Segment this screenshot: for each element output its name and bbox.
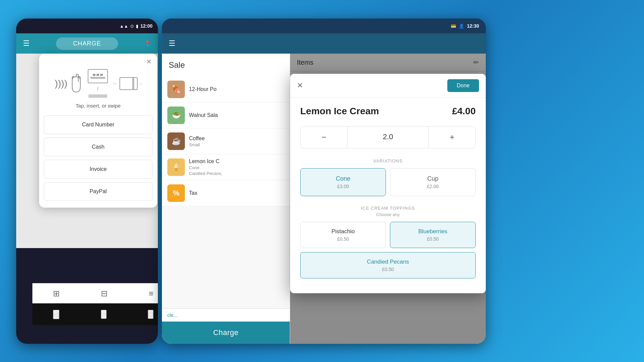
charge-title: CHARGE [56, 37, 118, 50]
location-icon-left[interactable]: 📍 [144, 40, 151, 47]
left-device: ▲▲ ⊙ ▮ 12:00 ☰ CHARGE 📍 ✕ )))) [16, 19, 158, 344]
sale-item-name-salad: Walnut Sala [189, 112, 284, 118]
payment-modal: ✕ )))) [39, 54, 157, 208]
sale-item-name-pork: 12-Hour Po [189, 86, 284, 92]
sale-item-tax-icon: % [167, 184, 185, 202]
menu-icon-right[interactable]: ☰ [169, 39, 175, 48]
variation-grid: Cone £3.00 Cup £2.00 [300, 168, 476, 196]
sale-item-info-icecream: Lemon Ice C Cone Candied Pecans, [189, 158, 284, 176]
tap-hand [69, 73, 84, 94]
sale-item-salad[interactable]: 🥗 Walnut Sala [162, 102, 290, 128]
right-device: 💳 👤 12:30 ☰ Sale 🍖 12-Hour Po � [162, 19, 486, 344]
sale-item-name-tax: Tax [189, 190, 284, 196]
sale-panel: Sale 🍖 12-Hour Po 🥗 Walnut Sala [162, 54, 290, 344]
variations-label: VARIATIONS [300, 158, 476, 163]
toppings-choose: Choose any [300, 212, 476, 217]
card-stripe [90, 77, 105, 79]
variation-cup-price: £2.00 [397, 184, 469, 189]
sale-item-pork[interactable]: 🍖 12-Hour Po [162, 77, 290, 102]
close-icon-left: ✕ [146, 58, 152, 65]
topping-blueberries-name: Blueberries [396, 228, 469, 235]
modal-done-button[interactable]: Done [447, 79, 479, 92]
quantity-row: − 2.0 + [300, 126, 476, 148]
back-button-left[interactable]: ◁ [53, 310, 59, 319]
payment-modal-header: ✕ [39, 54, 157, 66]
paypal-button[interactable]: PayPal [44, 182, 152, 201]
swipe-down: ↓ [140, 81, 142, 86]
time-right: 12:30 [467, 23, 479, 29]
topping-blueberries[interactable]: Blueberries £0.50 [390, 222, 476, 248]
modal-close-button[interactable]: ✕ [297, 81, 303, 90]
hand-svg [69, 73, 84, 94]
card-status-icon: 💳 [451, 24, 456, 29]
tap-wave-icon: )))) [55, 78, 67, 89]
insert-arrow-icon: ↑ [96, 85, 99, 92]
card-slot [88, 94, 107, 98]
chip-2 [96, 74, 99, 76]
topping-blueberries-price: £0.50 [396, 236, 469, 242]
sale-item-img-icecream: 🍦 [167, 158, 185, 176]
quantity-display: 2.0 [347, 126, 429, 148]
status-right-icons: 💳 👤 12:30 [451, 23, 479, 29]
payment-modal-close-button[interactable]: ✕ [146, 58, 152, 66]
recent-button-left[interactable]: □ [148, 310, 153, 319]
modal-overlay: ✕ Done Lemon Ice Cream £4.00 − [290, 54, 486, 344]
signal-icon: ▲▲ [119, 24, 128, 29]
quantity-decrease-button[interactable]: − [301, 126, 347, 148]
swipe-down-arrow-icon: ↓ [140, 81, 142, 86]
chip-1 [93, 74, 95, 76]
charge-button-right[interactable]: Charge [162, 322, 290, 344]
sale-item-coffee[interactable]: ☕ Coffee Small [162, 128, 290, 154]
clear-label[interactable]: cle... [167, 312, 177, 318]
variation-cone-name: Cone [307, 175, 379, 182]
item-modal-dialog: ✕ Done Lemon Ice Cream £4.00 − [290, 74, 486, 293]
person-status-icon: 👤 [459, 24, 464, 29]
sale-item-detail-coffee: Small [189, 142, 284, 147]
card-number-button[interactable]: Card Number [44, 115, 152, 134]
time-left: 12:00 [140, 23, 152, 29]
sale-item-img-pork: 🍖 [167, 81, 185, 98]
modal-body: Lemon Ice Cream £4.00 − 2.0 + VARIATIONS [290, 98, 486, 293]
cash-button[interactable]: Cash [44, 138, 152, 156]
swipe-card-illustration: → ↓ [112, 77, 142, 90]
sale-item-icecream[interactable]: 🍦 Lemon Ice C Cone Candied Pecans, [162, 154, 290, 180]
sale-item-info-tax: Tax [189, 190, 284, 196]
status-bar-right: 💳 👤 12:30 [162, 19, 486, 33]
swipe-stripe [132, 78, 134, 89]
modal-item-header: Lemon Ice Cream £4.00 [300, 106, 476, 117]
modal-item-price: £4.00 [452, 106, 476, 117]
sale-title: Sale [162, 54, 290, 77]
sale-item-img-coffee: ☕ [167, 132, 185, 150]
topping-pistachio-name: Pistachio [307, 228, 380, 235]
card-illustration: )))) [39, 66, 157, 103]
invoice-button[interactable]: Invoice [44, 160, 152, 179]
grid-icon[interactable]: ⊟ [101, 289, 108, 298]
sale-footer: cle... [162, 308, 290, 322]
sale-item-detail-icecream-1: Cone [189, 165, 284, 170]
variation-cup[interactable]: Cup £2.00 [390, 168, 476, 196]
top-bar-left: ☰ CHARGE 📍 [16, 33, 158, 54]
insert-card-illustration: ↑ [88, 69, 108, 98]
sale-item-tax[interactable]: % Tax [162, 180, 290, 206]
battery-icon: ▮ [136, 24, 138, 29]
topping-candied-pecans[interactable]: Candied Pecans £0.50 [300, 252, 476, 278]
topping-candied-pecans-price: £0.50 [307, 267, 469, 272]
swipe-card-rect [119, 77, 138, 90]
card-chips [93, 74, 103, 76]
top-bar-right: ☰ [162, 33, 486, 54]
keypad-icon[interactable]: ⊞ [53, 289, 60, 298]
quantity-increase-button[interactable]: + [429, 126, 475, 148]
list-icon[interactable]: ≡ [149, 289, 153, 298]
topping-pistachio[interactable]: Pistachio £0.50 [300, 222, 386, 248]
variation-cone-price: £3.00 [307, 184, 379, 189]
chip-3 [100, 74, 103, 76]
home-button-left[interactable]: ○ [101, 310, 106, 319]
variations-section: VARIATIONS Cone £3.00 Cup £2.00 [300, 158, 476, 196]
tap-illustration: )))) [55, 73, 83, 94]
card-rect-insert [88, 69, 108, 83]
payment-options-list: Card Number Cash Invoice PayPal [39, 115, 157, 208]
modal-item-name: Lemon Ice Cream [300, 106, 379, 117]
menu-icon-left[interactable]: ☰ [23, 39, 30, 48]
modal-top-bar: ✕ Done [290, 74, 486, 98]
variation-cone[interactable]: Cone £3.00 [300, 168, 386, 196]
